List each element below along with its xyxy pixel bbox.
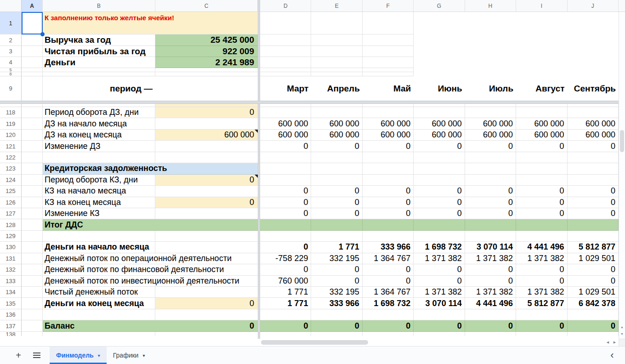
- cell-D129[interactable]: [260, 231, 311, 242]
- cell-H119[interactable]: 600 000: [465, 118, 516, 129]
- cell-E132[interactable]: 0: [311, 264, 362, 275]
- vertical-scrollbar-thumb[interactable]: [620, 130, 624, 152]
- cell-J136[interactable]: [568, 309, 619, 320]
- cell-B127[interactable]: Изменение КЗ: [43, 208, 155, 219]
- scroll-up-icon[interactable]: ▲: [619, 324, 625, 330]
- cell-I129[interactable]: [516, 231, 567, 242]
- cell-F8[interactable]: [363, 72, 414, 76]
- cell-F126[interactable]: 0: [363, 197, 414, 208]
- column-header-G[interactable]: G: [414, 0, 465, 11]
- cell-A9[interactable]: [22, 76, 43, 101]
- cell-J130[interactable]: 5 812 877: [568, 242, 619, 253]
- cell-E2[interactable]: [311, 34, 362, 46]
- cell-E122[interactable]: [311, 152, 362, 163]
- cell-H117[interactable]: [465, 104, 516, 107]
- cell-J133[interactable]: 0: [568, 276, 619, 287]
- cell-F120[interactable]: 600 000: [363, 130, 414, 141]
- row-header-120[interactable]: 120: [0, 130, 22, 141]
- cell-A134[interactable]: [22, 287, 43, 298]
- cell-J138[interactable]: [568, 332, 619, 336]
- row-header-125[interactable]: 125: [0, 186, 22, 197]
- cell-A125[interactable]: [22, 186, 43, 197]
- cell-B118[interactable]: Период оборота ДЗ, дни: [43, 107, 155, 118]
- cell-F124[interactable]: [363, 175, 414, 186]
- cell-C129[interactable]: [155, 231, 258, 242]
- cell-H123[interactable]: [465, 163, 516, 174]
- cell-F136[interactable]: [363, 309, 414, 320]
- cell-C136[interactable]: [155, 309, 258, 320]
- cell-C118[interactable]: 0: [155, 107, 258, 118]
- cell-D136[interactable]: [260, 309, 311, 320]
- cell-C4[interactable]: 2 241 989: [155, 57, 258, 68]
- column-header-H[interactable]: H: [465, 0, 516, 11]
- cell-D125[interactable]: 0: [260, 186, 311, 197]
- column-header-F[interactable]: F: [363, 0, 414, 11]
- cell-D3[interactable]: [260, 46, 311, 57]
- row-header-138[interactable]: 138: [0, 332, 22, 336]
- row-header-1[interactable]: 1: [0, 12, 22, 34]
- cell-D4[interactable]: [260, 57, 311, 68]
- cell-G135[interactable]: 3 070 114: [414, 298, 465, 309]
- cell-G129[interactable]: [414, 231, 465, 242]
- cell-I9-month[interactable]: Август: [516, 76, 567, 101]
- cell-B138[interactable]: [43, 332, 155, 336]
- cell-G132[interactable]: 0: [414, 264, 465, 275]
- cell-I136[interactable]: [516, 309, 567, 320]
- row-header-124[interactable]: 124: [0, 175, 22, 186]
- cell-F123[interactable]: [363, 163, 414, 174]
- cell-G136[interactable]: [414, 309, 465, 320]
- cell-E117[interactable]: [311, 104, 362, 107]
- cell-B120[interactable]: ДЗ на конец месяца: [43, 130, 155, 141]
- cell-A129[interactable]: [22, 231, 43, 242]
- cell-G125[interactable]: 0: [414, 186, 465, 197]
- cell-A8[interactable]: [22, 72, 43, 76]
- add-sheet-button[interactable]: +: [12, 347, 25, 364]
- cell-H118[interactable]: [465, 107, 516, 118]
- cell-C119[interactable]: [155, 118, 258, 129]
- cell-D134[interactable]: 1 771: [260, 287, 311, 298]
- cell-A4[interactable]: [22, 57, 43, 68]
- cell-J132[interactable]: 0: [568, 264, 619, 275]
- cell-D126[interactable]: 0: [260, 197, 311, 208]
- row-header-131[interactable]: 131: [0, 253, 22, 264]
- cell-A1[interactable]: [22, 12, 43, 34]
- cell-G131[interactable]: 1 371 382: [414, 253, 465, 264]
- cell-I128[interactable]: [516, 219, 567, 230]
- cell-A118[interactable]: [22, 107, 43, 118]
- cell-E119[interactable]: 600 000: [311, 118, 362, 129]
- cell-J117[interactable]: [568, 104, 619, 107]
- horizontal-scrollbar[interactable]: ◀ ▶: [258, 339, 619, 346]
- cell-J129[interactable]: [568, 231, 619, 242]
- cell-G121[interactable]: 0: [414, 141, 465, 152]
- cell-D122[interactable]: [260, 152, 311, 163]
- cell-B128[interactable]: Итог ДДС: [43, 219, 258, 230]
- column-header-A[interactable]: A: [22, 0, 43, 11]
- cell-F117[interactable]: [363, 104, 414, 107]
- row-header-136[interactable]: 136: [0, 309, 22, 320]
- column-header-E[interactable]: E: [311, 0, 362, 11]
- cell-E137[interactable]: 0: [311, 320, 362, 331]
- cell-B135[interactable]: Деньги на конец месяца: [43, 298, 155, 309]
- cell-J123[interactable]: [568, 163, 619, 174]
- cells-G1-J1[interactable]: [414, 12, 619, 34]
- cell-J134[interactable]: 1 029 501: [568, 287, 619, 298]
- cell-I122[interactable]: [516, 152, 567, 163]
- cell-A117[interactable]: [22, 104, 43, 107]
- cell-B136[interactable]: [43, 309, 155, 320]
- cell-G133[interactable]: 0: [414, 276, 465, 287]
- cell-B8[interactable]: [43, 72, 155, 76]
- row-header-126[interactable]: 126: [0, 197, 22, 208]
- cell-A130[interactable]: [22, 242, 43, 253]
- cell-F138[interactable]: [363, 332, 414, 336]
- cell-F137[interactable]: 0: [363, 320, 414, 331]
- cell-E1[interactable]: [311, 12, 362, 34]
- cell-G122[interactable]: [414, 152, 465, 163]
- cell-I137[interactable]: 0: [516, 320, 567, 331]
- cell-G117[interactable]: [414, 104, 465, 107]
- cell-H137[interactable]: 0: [465, 320, 516, 331]
- cell-G127[interactable]: 0: [414, 208, 465, 219]
- cell-E5[interactable]: [311, 68, 362, 72]
- cell-H130[interactable]: 3 070 114: [465, 242, 516, 253]
- cell-F119[interactable]: 600 000: [363, 118, 414, 129]
- cell-A124[interactable]: [22, 175, 43, 186]
